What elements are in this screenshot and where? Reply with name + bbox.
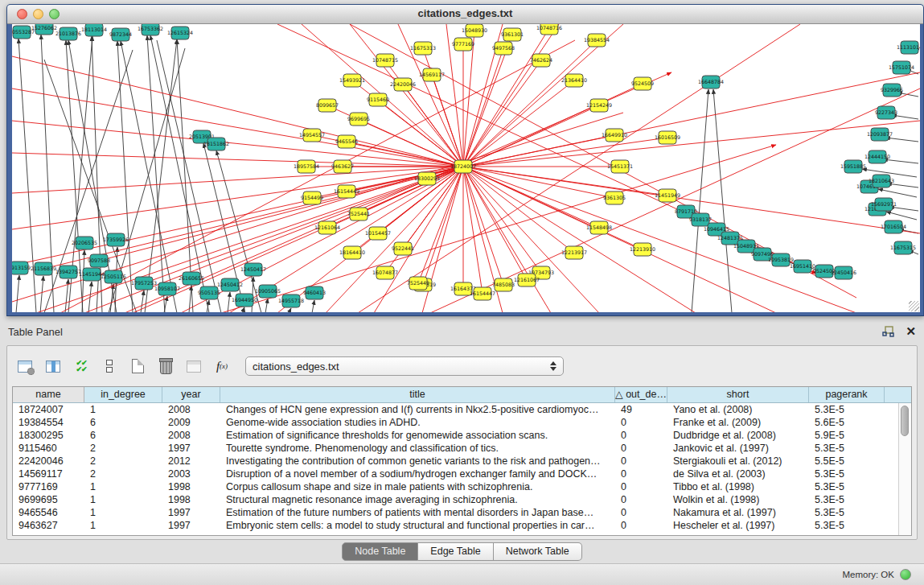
graph-edge[interactable] xyxy=(177,39,193,312)
graph-edge[interactable] xyxy=(713,89,732,312)
select-rows-icon[interactable]: ✔✔✔✔ xyxy=(72,356,91,376)
cell-out_degree: 0 xyxy=(615,493,667,506)
table-row[interactable]: 2242004622012Investigating the contribut… xyxy=(13,455,911,468)
table-row[interactable]: 946554611997Estimation of the future num… xyxy=(13,506,911,519)
graph-node-label: 9524509 xyxy=(631,80,654,86)
graph-node-label: 10905065 xyxy=(255,288,281,294)
tab-node-table[interactable]: Node Table xyxy=(342,542,418,561)
graph-node-label: 9522441 xyxy=(392,245,414,251)
table-row[interactable]: 977716911998Corpus callosum shape and si… xyxy=(13,480,911,493)
graph-node-label: 11548498 xyxy=(586,225,612,230)
cell-pagerank: 5.5E-5 xyxy=(809,455,885,468)
graph-node-label: 7525449 xyxy=(407,280,429,286)
graph-edge[interactable] xyxy=(265,299,268,312)
cell-year: 2009 xyxy=(162,416,220,429)
graph-edge[interactable] xyxy=(145,39,177,312)
graph-node-label: 18164410 xyxy=(339,249,365,255)
column-header-title[interactable]: title xyxy=(220,387,615,402)
network-canvas[interactable]: 1872400797771699497568746262421364410121… xyxy=(12,24,920,312)
tab-edge-table[interactable]: Edge Table xyxy=(418,542,493,561)
graph-edge[interactable] xyxy=(40,276,43,312)
graph-node-label: 9329966 xyxy=(881,87,903,93)
cell-out_degree: 0 xyxy=(615,468,667,480)
graph-edge[interactable] xyxy=(692,89,708,312)
tab-network-table[interactable]: Network Table xyxy=(494,542,582,561)
graph-node-label: 12161067 xyxy=(514,277,540,282)
graph-edge[interactable] xyxy=(289,308,291,312)
graph-edge[interactable] xyxy=(887,183,918,187)
cell-pagerank: 5.9E-5 xyxy=(809,429,885,442)
table-row[interactable]: 946362711997Embryonic stem cells: a mode… xyxy=(13,519,911,532)
cell-short: Tibbo et al. (1998) xyxy=(667,480,809,493)
column-header-pagerank[interactable]: pagerank xyxy=(809,387,885,402)
graph-edge[interactable] xyxy=(463,167,614,198)
graph-edge[interactable] xyxy=(463,167,503,285)
table-row[interactable]: 1830029562008Estimation of significance … xyxy=(13,429,911,442)
graph-node-label: 13942757 xyxy=(55,269,81,274)
column-header-out_degree[interactable]: △ out_de… xyxy=(615,387,667,402)
graph-edge[interactable] xyxy=(892,115,918,119)
close-panel-icon[interactable]: ✕ xyxy=(906,326,916,337)
graph-edge[interactable] xyxy=(878,189,917,197)
show-columns-icon[interactable] xyxy=(43,356,63,376)
graph-edge[interactable] xyxy=(16,275,19,312)
table-row[interactable]: 969969511998Structural magnetic resonanc… xyxy=(13,493,911,506)
table-row[interactable]: 1938455462009Genome-wide association stu… xyxy=(13,416,911,429)
graph-edge[interactable] xyxy=(463,60,541,167)
table-selector-dropdown[interactable]: citations_edges.txt xyxy=(245,356,564,376)
window-resize-grip[interactable] xyxy=(909,301,919,311)
table-row[interactable]: 1872400712008Changes of HCN gene express… xyxy=(13,403,911,416)
network-view-window[interactable]: citations_edges.txt 18724007977716994975… xyxy=(6,4,924,316)
graph-node-label: 7485083 xyxy=(492,282,515,287)
graph-edge[interactable] xyxy=(886,212,917,220)
column-header-short[interactable]: short xyxy=(667,387,809,402)
float-panel-icon[interactable] xyxy=(882,326,894,337)
create-column-icon[interactable] xyxy=(128,356,147,376)
cell-name: 9463627 xyxy=(13,519,84,532)
table-scrollbar[interactable] xyxy=(898,403,911,535)
table-scrollbar-thumb[interactable] xyxy=(901,406,909,436)
memory-status-label: Memory: OK xyxy=(842,570,894,579)
column-header-in_degree[interactable]: in_degree xyxy=(84,387,162,402)
cell-in_degree: 2 xyxy=(84,442,162,455)
graph-edge[interactable] xyxy=(60,40,575,312)
table-row[interactable]: 911546021997Tourette syndrome. Phenomeno… xyxy=(13,442,911,455)
graph-edge[interactable] xyxy=(463,167,483,294)
graph-edge[interactable] xyxy=(463,135,614,167)
delete-column-icon[interactable] xyxy=(156,356,175,376)
function-builder-icon[interactable]: f(x) xyxy=(212,356,232,376)
graph-edge[interactable] xyxy=(350,24,463,167)
graph-edge[interactable] xyxy=(121,41,177,312)
cell-short: Hescheler et al. (1997) xyxy=(667,519,809,532)
graph-node-label: 7462624 xyxy=(530,57,552,63)
graph-node-label: 14955718 xyxy=(278,298,304,303)
table-row[interactable]: 1456911722003Disruption of a novel membe… xyxy=(13,468,911,480)
network-window-titlebar[interactable]: citations_edges.txt xyxy=(7,5,923,24)
cell-name: 22420046 xyxy=(13,455,84,468)
graph-edge[interactable] xyxy=(312,300,314,312)
graph-edge[interactable] xyxy=(463,121,920,167)
graph-edge[interactable] xyxy=(358,24,800,312)
graph-node-label: 15451371 xyxy=(607,163,633,169)
memory-status-indicator[interactable] xyxy=(900,569,911,580)
column-header-name[interactable]: name xyxy=(13,387,84,402)
row-height-icon[interactable] xyxy=(100,356,119,376)
table-options-icon[interactable] xyxy=(15,356,35,376)
graph-edge[interactable] xyxy=(12,56,463,167)
graph-edge[interactable] xyxy=(889,207,918,211)
graph-node-label: 9361305 xyxy=(603,195,626,200)
graph-edge[interactable] xyxy=(883,159,918,163)
graph-edge[interactable] xyxy=(228,292,230,312)
graph-node-label: 20206535 xyxy=(72,240,97,245)
import-table-icon[interactable] xyxy=(184,356,203,376)
column-header-year[interactable]: year xyxy=(162,387,220,402)
table-selector-value: citations_edges.txt xyxy=(253,360,550,373)
graph-edge[interactable] xyxy=(242,307,244,312)
graph-node-label: 26160655 xyxy=(179,275,204,281)
graph-edge[interactable] xyxy=(36,167,463,312)
graph-edge[interactable] xyxy=(885,138,918,142)
graph-edge[interactable] xyxy=(463,167,574,253)
status-bar: Memory: OK xyxy=(0,563,924,585)
graph-edge[interactable] xyxy=(378,100,463,167)
graph-edge[interactable] xyxy=(347,142,463,167)
